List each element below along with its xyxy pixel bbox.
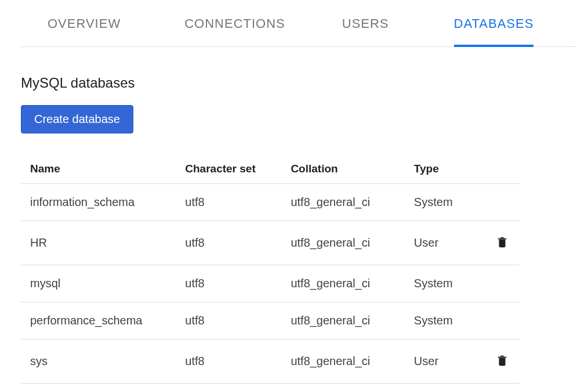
- cell-charset: utf8: [185, 184, 291, 221]
- cell-collation: utf8_general_ci: [291, 221, 413, 265]
- databases-table: Name Character set Collation Type inform…: [21, 154, 520, 384]
- cell-actions: [484, 340, 520, 384]
- tab-users[interactable]: USERS: [342, 10, 389, 46]
- table-row: information_schemautf8utf8_general_ciSys…: [21, 184, 520, 221]
- cell-name: performance_schema: [21, 302, 185, 340]
- tab-overview[interactable]: OVERVIEW: [48, 10, 121, 46]
- page-title: MySQL databases: [21, 75, 588, 91]
- cell-actions: [484, 302, 520, 340]
- table-row: sysutf8utf8_general_ciUser: [21, 340, 520, 384]
- header-type: Type: [414, 154, 484, 184]
- tab-databases[interactable]: DATABASES: [454, 10, 534, 46]
- tab-connections[interactable]: CONNECTIONS: [184, 10, 285, 46]
- cell-actions: [484, 265, 520, 302]
- cell-collation: utf8_general_ci: [291, 265, 413, 302]
- databases-table-wrap: Name Character set Collation Type inform…: [21, 154, 520, 384]
- cell-name: sys: [21, 340, 185, 384]
- cell-charset: utf8: [185, 302, 291, 340]
- delete-database-button[interactable]: [493, 233, 511, 253]
- create-database-button[interactable]: Create database: [21, 105, 133, 133]
- table-row: performance_schemautf8utf8_general_ciSys…: [21, 302, 520, 340]
- cell-actions: [484, 184, 520, 221]
- tab-databases-label: DATABASES: [454, 16, 534, 31]
- trash-icon: [496, 235, 509, 251]
- table-row: mysqlutf8utf8_general_ciSystem: [21, 265, 520, 302]
- cell-type: System: [414, 265, 484, 302]
- cell-charset: utf8: [185, 340, 291, 384]
- trash-icon: [496, 353, 509, 369]
- header-charset: Character set: [185, 154, 291, 184]
- cell-collation: utf8_general_ci: [291, 302, 413, 340]
- delete-database-button[interactable]: [493, 351, 511, 371]
- active-tab-underline: [454, 45, 534, 47]
- header-collation: Collation: [291, 154, 413, 184]
- cell-type: System: [414, 184, 484, 221]
- header-name: Name: [21, 154, 185, 184]
- cell-name: mysql: [21, 265, 185, 302]
- cell-type: User: [414, 340, 484, 384]
- cell-actions: [484, 221, 520, 265]
- cell-type: System: [414, 302, 484, 340]
- header-actions: [484, 154, 520, 184]
- cell-name: information_schema: [21, 184, 185, 221]
- cell-charset: utf8: [185, 221, 291, 265]
- cell-name: HR: [21, 221, 185, 265]
- cell-type: User: [414, 221, 484, 265]
- tab-bar: OVERVIEW CONNECTIONS USERS DATABASES: [21, 0, 576, 47]
- cell-charset: utf8: [185, 265, 291, 302]
- cell-collation: utf8_general_ci: [291, 184, 413, 221]
- table-row: HRutf8utf8_general_ciUser: [21, 221, 520, 265]
- cell-collation: utf8_general_ci: [291, 340, 413, 384]
